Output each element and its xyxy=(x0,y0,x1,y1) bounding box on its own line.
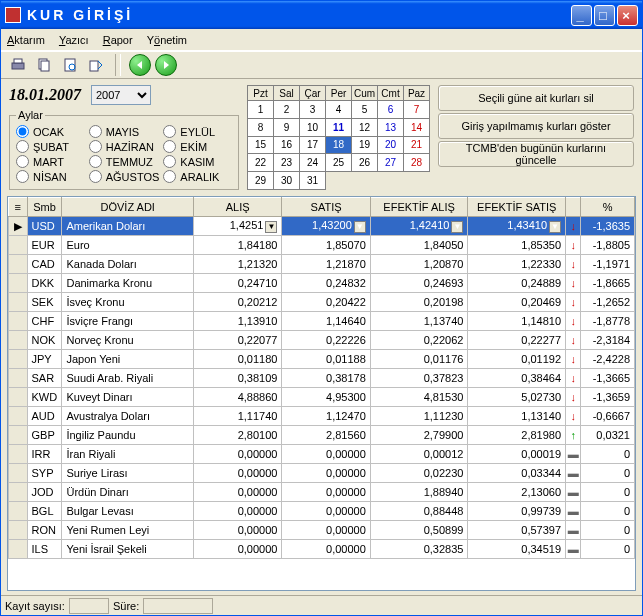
cell-satis[interactable]: 0,38178 xyxy=(282,369,370,388)
menu-yonetim[interactable]: Yönetim xyxy=(147,34,187,46)
cal-day[interactable]: 17 xyxy=(300,136,326,154)
delete-rates-button[interactable]: Seçili güne ait kurları sil xyxy=(438,85,634,111)
cell-indicator[interactable]: ↓ xyxy=(566,331,581,350)
cell-efsatis[interactable]: 0,03344 xyxy=(468,464,566,483)
row-marker[interactable] xyxy=(9,331,28,350)
maximize-button[interactable]: □ xyxy=(594,5,615,26)
cell-satis[interactable]: 1,21870 xyxy=(282,255,370,274)
cell-satis[interactable]: 0,24832 xyxy=(282,274,370,293)
cal-day[interactable]: 23 xyxy=(274,154,300,172)
cell-indicator[interactable]: ▬ xyxy=(566,445,581,464)
cell-satis[interactable]: 1,14640 xyxy=(282,312,370,331)
cell-satis[interactable]: 0,00000 xyxy=(282,483,370,502)
cell-satis[interactable]: 2,81560 xyxy=(282,426,370,445)
table-row[interactable]: SEKİsveç Kronu0,202120,204220,201980,204… xyxy=(9,293,635,312)
year-select[interactable]: 2007 xyxy=(91,85,151,105)
cell-satis[interactable]: 1,43200▼ xyxy=(282,217,370,236)
cell-efsatis[interactable]: 0,57397 xyxy=(468,521,566,540)
cell-name[interactable]: Euro xyxy=(62,236,194,255)
grid-header-marker[interactable]: ≡ xyxy=(9,198,28,217)
grid-header-satis[interactable]: SATIŞ xyxy=(282,198,370,217)
cal-day[interactable]: 30 xyxy=(274,172,300,190)
cal-day[interactable]: 5 xyxy=(352,101,378,119)
cell-name[interactable]: Yeni Rumen Leyi xyxy=(62,521,194,540)
cell-name[interactable]: Suudi Arab. Riyali xyxy=(62,369,194,388)
month-radio-ni̇san[interactable]: NİSAN xyxy=(16,170,85,183)
cell-indicator[interactable]: ↓ xyxy=(566,293,581,312)
cell-pct[interactable]: 0 xyxy=(581,483,635,502)
cal-day[interactable]: 11 xyxy=(326,118,352,136)
cell-alis[interactable]: 0,24710 xyxy=(194,274,282,293)
cell-smb[interactable]: EUR xyxy=(27,236,62,255)
row-marker[interactable] xyxy=(9,445,28,464)
cal-day[interactable]: 8 xyxy=(248,118,274,136)
cell-pct[interactable]: 0,0321 xyxy=(581,426,635,445)
table-row[interactable]: SYPSuriye Lirası0,000000,000000,022300,0… xyxy=(9,464,635,483)
cell-alis[interactable]: 0,00000 xyxy=(194,445,282,464)
cell-indicator[interactable]: ↓ xyxy=(566,255,581,274)
cell-efsatis[interactable]: 0,22277 xyxy=(468,331,566,350)
cell-pct[interactable]: -1,1971 xyxy=(581,255,635,274)
cell-efsatis[interactable]: 0,24889 xyxy=(468,274,566,293)
row-marker[interactable] xyxy=(9,274,28,293)
cell-indicator[interactable]: ↓ xyxy=(566,274,581,293)
row-marker[interactable] xyxy=(9,369,28,388)
table-row[interactable]: JODÜrdün Dinarı0,000000,000001,889402,13… xyxy=(9,483,635,502)
prev-button[interactable] xyxy=(129,54,151,76)
print-icon[interactable] xyxy=(7,54,29,76)
cell-efsatis[interactable]: 1,13140 xyxy=(468,407,566,426)
table-row[interactable]: KWDKuveyt Dinarı4,888604,953004,815305,0… xyxy=(9,388,635,407)
cell-pct[interactable]: 0 xyxy=(581,445,635,464)
table-row[interactable]: CADKanada Doları1,213201,218701,208701,2… xyxy=(9,255,635,274)
cell-satis[interactable]: 0,00000 xyxy=(282,445,370,464)
cell-satis[interactable]: 0,00000 xyxy=(282,502,370,521)
row-marker[interactable] xyxy=(9,407,28,426)
cell-satis[interactable]: 0,00000 xyxy=(282,464,370,483)
cell-efsatis[interactable]: 0,20469 xyxy=(468,293,566,312)
export-icon[interactable] xyxy=(85,54,107,76)
table-row[interactable]: EUREuro1,841801,850701,840501,85350↓-1,8… xyxy=(9,236,635,255)
cell-efalis[interactable]: 0,20198 xyxy=(370,293,468,312)
row-marker[interactable] xyxy=(9,293,28,312)
cell-name[interactable]: İsveç Kronu xyxy=(62,293,194,312)
cell-smb[interactable]: SEK xyxy=(27,293,62,312)
minimize-button[interactable]: _ xyxy=(571,5,592,26)
cell-smb[interactable]: SYP xyxy=(27,464,62,483)
cell-smb[interactable]: IRR xyxy=(27,445,62,464)
cell-smb[interactable]: AUD xyxy=(27,407,62,426)
cell-name[interactable]: Amerikan Doları xyxy=(62,217,194,236)
cell-smb[interactable]: JOD xyxy=(27,483,62,502)
month-radio-mart[interactable]: MART xyxy=(16,155,85,168)
grid-header-efalis[interactable]: EFEKTİF ALIŞ xyxy=(370,198,468,217)
cell-efalis[interactable]: 4,81530 xyxy=(370,388,468,407)
cal-day[interactable]: 15 xyxy=(248,136,274,154)
cell-pct[interactable]: -1,3665 xyxy=(581,369,635,388)
month-radio-ocak[interactable]: OCAK xyxy=(16,125,85,138)
cal-day[interactable]: 21 xyxy=(404,136,430,154)
cell-efsatis[interactable]: 5,02730 xyxy=(468,388,566,407)
cell-alis[interactable]: 1,13910 xyxy=(194,312,282,331)
cell-name[interactable]: Bulgar Levası xyxy=(62,502,194,521)
cal-day[interactable]: 2 xyxy=(274,101,300,119)
row-marker[interactable] xyxy=(9,426,28,445)
cell-efsatis[interactable]: 1,14810 xyxy=(468,312,566,331)
cal-day[interactable]: 10 xyxy=(300,118,326,136)
cell-efsatis[interactable]: 1,85350 xyxy=(468,236,566,255)
cal-day[interactable]: 31 xyxy=(300,172,326,190)
cal-day[interactable]: 12 xyxy=(352,118,378,136)
cell-smb[interactable]: GBP xyxy=(27,426,62,445)
month-radio-kasim[interactable]: KASIM xyxy=(163,155,232,168)
cell-smb[interactable]: NOK xyxy=(27,331,62,350)
cell-efalis[interactable]: 1,88940 xyxy=(370,483,468,502)
cell-smb[interactable]: CHF xyxy=(27,312,62,331)
copy-icon[interactable] xyxy=(33,54,55,76)
month-radio-eki̇m[interactable]: EKİM xyxy=(163,140,232,153)
cell-name[interactable]: İngiliz Paundu xyxy=(62,426,194,445)
cell-alis[interactable]: 1,21320 xyxy=(194,255,282,274)
menu-aktarim[interactable]: Aktarım xyxy=(7,34,45,46)
table-row[interactable]: ILSYeni İsrail Şekeli0,000000,000000,328… xyxy=(9,540,635,559)
cell-efalis[interactable]: 0,24693 xyxy=(370,274,468,293)
cal-day[interactable]: 24 xyxy=(300,154,326,172)
cell-pct[interactable]: -1,2652 xyxy=(581,293,635,312)
cell-pct[interactable]: -1,8805 xyxy=(581,236,635,255)
